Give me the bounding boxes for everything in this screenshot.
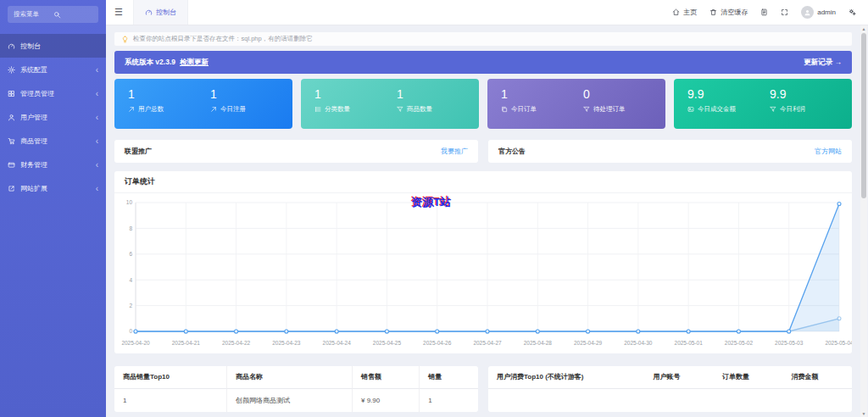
top-products-table: 商品销量Top10 商品名称 销售额 销量 1 创颜网络商品测试 ¥ 9.90 … [114,366,478,412]
scroll-down-arrow[interactable]: ▼ [860,410,867,417]
sidebar: 搜索菜单 控制台 系统配置 ‹ 管理员管理 ‹ [0,0,106,417]
svg-text:2025-04-26: 2025-04-26 [423,340,452,346]
chevron-left-icon: ‹ [96,113,98,122]
notice-text: 检查你的站点根目录下是否存在文件：sql.php，有的话请删除它 [133,35,313,43]
stat-card-users: 1 用户总数 1 今日注册 [114,79,292,129]
svg-text:10: 10 [126,199,133,205]
menu-toggle-icon[interactable]: ☰ [114,8,123,17]
app-root: 搜索菜单 控制台 系统配置 ‹ 管理员管理 ‹ [0,0,868,417]
svg-text:2025-04-20: 2025-04-20 [121,340,150,346]
avatar [801,6,814,19]
version-banner: 系统版本 v2.3.9 检测更新 更新记录 → [114,51,852,74]
svg-text:2025-04-30: 2025-04-30 [624,340,653,346]
user-menu[interactable]: admin [801,6,836,19]
links-row: 联盟推广 我要推广 官方公告 官方网站 [114,140,852,163]
sidebar-item-system-config[interactable]: 系统配置 ‹ [0,58,106,81]
clear-cache-button[interactable]: 清空缓存 [709,8,748,17]
external-link-icon [8,185,15,192]
svg-text:2025-05-03: 2025-05-03 [775,340,804,346]
table-cell: ¥ 9.90 [353,389,420,412]
chevron-left-icon: ‹ [96,184,98,193]
changelog-link[interactable]: 更新记录 → [804,58,842,68]
stat-card-revenue: 9.9 今日成交金额 9.9 今日利润 [674,79,852,129]
chevron-left-icon: ‹ [96,136,98,146]
stat-card-catalog: 1 分类数量 1 商品数量 [301,79,479,129]
sidebar-menu: 控制台 系统配置 ‹ 管理员管理 ‹ 用户管理 ‹ [0,34,106,200]
version-text: 系统版本 v2.3.9 [125,58,175,68]
sidebar-item-product-management[interactable]: 商品管理 ‹ [0,129,106,153]
stat-value: 1 [501,86,583,102]
svg-text:2025-04-29: 2025-04-29 [574,340,603,346]
orders-chart: 02468102025-04-202025-04-212025-04-22202… [114,193,852,353]
top-navbar: ☰ 控制台 主页 清空缓存 [106,0,868,25]
promo-card: 联盟推广 我要推广 [114,140,478,163]
trend-up-icon [128,106,135,113]
promo-title: 联盟推广 [125,147,152,156]
table-header-row: 商品销量Top10 商品名称 销售额 销量 [114,366,478,389]
chevron-left-icon: ‹ [96,160,98,170]
list-icon [314,106,321,113]
order-stats-card: 订单统计 02468102025-04-202025-04-212025-04-… [114,171,852,353]
column-header: 用户账号 [644,366,714,389]
sidebar-search-input[interactable]: 搜索菜单 [8,6,98,23]
svg-text:2025-04-27: 2025-04-27 [473,340,502,346]
svg-text:4: 4 [129,277,132,283]
search-icon [53,11,93,19]
scroll-up-arrow[interactable]: ▲ [860,25,867,32]
sidebar-item-finance-management[interactable]: 财务管理 ‹ [0,153,106,176]
stat-label: 今日订单 [511,105,537,114]
table-cell: 创颜网络商品测试 [227,389,353,412]
sidebar-item-user-management[interactable]: 用户管理 ‹ [0,105,106,129]
note-icon[interactable] [760,8,768,16]
column-header: 销量 [420,366,478,389]
column-header: 用户消费Top10 (不统计游客) [488,366,644,389]
notice-bar: 检查你的站点根目录下是否存在文件：sql.php，有的话请删除它 [114,32,852,46]
user-icon [8,114,15,121]
copy-icon [501,106,508,113]
stat-label: 待处理订单 [593,105,626,114]
cogs-icon[interactable] [849,8,856,16]
stat-value: 1 [314,86,397,102]
column-header: 订单数量 [714,366,783,389]
navbar-right: 主页 清空缓存 admin [672,6,868,19]
dashboard-icon [145,8,153,16]
stat-label: 今日成交金额 [698,105,736,114]
promo-link[interactable]: 我要推广 [441,147,468,156]
scrollbar-thumb[interactable] [861,33,866,198]
stat-label: 今日利润 [780,105,805,114]
funnel-icon [397,106,403,113]
funnel-icon [770,106,776,113]
svg-text:2025-05-01: 2025-05-01 [675,340,704,346]
check-update-link[interactable]: 检测更新 [180,58,209,68]
chart-title: 订单统计 [114,171,852,193]
svg-text:2: 2 [129,303,132,309]
image-icon [687,106,694,113]
lightbulb-icon [121,36,129,43]
column-header: 商品销量Top10 [114,366,227,389]
stat-label: 用户总数 [138,105,164,114]
sidebar-search-placeholder: 搜索菜单 [14,10,53,19]
svg-text:2025-04-28: 2025-04-28 [524,340,553,346]
column-header: 商品名称 [227,366,353,389]
stat-cards-row: 1 用户总数 1 今日注册 1 [114,79,852,129]
official-site-link[interactable]: 官方网站 [815,147,842,156]
sidebar-item-console[interactable]: 控制台 [0,34,106,58]
column-header: 销售额 [353,366,420,389]
stat-value: 0 [583,86,665,102]
stat-value: 1 [128,86,210,102]
fullscreen-icon[interactable] [781,8,788,16]
tab-console[interactable]: 控制台 [133,0,188,25]
svg-text:6: 6 [129,251,132,257]
stat-label: 今日注册 [220,105,246,114]
gear-icon [8,66,15,74]
sidebar-item-site-extension[interactable]: 网站扩展 ‹ [0,176,106,200]
stat-label: 商品数量 [407,105,432,114]
svg-text:2025-05-02: 2025-05-02 [725,340,754,346]
table-header-row: 用户消费Top10 (不统计游客) 用户账号 订单数量 消费金额 [488,366,852,389]
svg-text:8: 8 [129,225,132,231]
trash-icon [709,8,717,16]
sidebar-item-admin-management[interactable]: 管理员管理 ‹ [0,81,106,105]
scrollbar[interactable]: ▲ ▼ [860,25,867,417]
home-button[interactable]: 主页 [672,8,697,17]
stat-card-orders: 1 今日订单 0 待处理订单 [487,79,665,129]
